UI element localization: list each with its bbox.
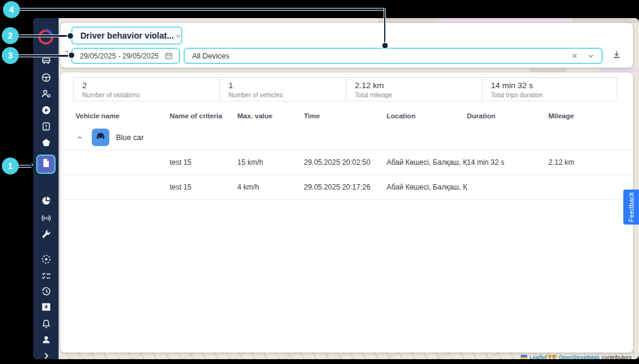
feedback-tab[interactable]: Feedback: [623, 190, 639, 225]
play-icon: [40, 104, 52, 116]
box-download-icon: [40, 301, 52, 313]
map-tile: [438, 18, 571, 23]
cell-max-value: 4 km/h: [237, 183, 304, 191]
sidebar: [33, 18, 59, 359]
callout-1: 1: [2, 158, 19, 174]
stat-label: Number of violations: [82, 91, 219, 98]
sidebar-item-tasks[interactable]: [38, 118, 54, 134]
cell-time: 29.05.2025 20:02:50: [304, 158, 387, 167]
leaflet-flag-icon: [521, 355, 527, 360]
screenshot-root: + Leaflet | © OpenStreetMap contributors: [0, 0, 639, 364]
callout-3: 3: [2, 47, 19, 64]
clear-filter-icon[interactable]: [570, 51, 579, 60]
steering-wheel-icon: [40, 72, 52, 83]
stat-label: Total trips duration: [491, 91, 617, 98]
column-duration: Duration: [467, 112, 548, 120]
stat-duration: 14 min 32 s Total trips duration: [482, 78, 617, 101]
callout-3-line: [18, 55, 68, 57]
attribution-separator: | ©: [549, 354, 556, 359]
cell-location: Абай Көшесі, Балқаш, Қар...: [387, 158, 467, 167]
column-location: Location: [387, 112, 467, 120]
sidebar-item-notifications[interactable]: [38, 316, 54, 331]
chevron-down-icon: [174, 31, 183, 40]
stat-vehicles: 1 Number of vehicles: [219, 78, 345, 101]
wrench-icon: [40, 229, 52, 241]
sidebar-item-geofences[interactable]: [38, 135, 54, 150]
summary-stats-row: 2 Number of violations 1 Number of vehic…: [73, 77, 617, 101]
violation-row[interactable]: test 15 4 km/h 29.05.2025 20:17:26 Абай …: [60, 175, 633, 200]
stat-mileage: 2.12 km Total mileage: [345, 78, 481, 101]
stat-value: 2.12 km: [355, 81, 481, 90]
report-type-value: Driver behavior violat...: [80, 31, 174, 40]
pie-chart-icon: [40, 195, 52, 206]
vehicle-group-row[interactable]: Blue car: [60, 125, 633, 150]
broadcast-icon: [40, 212, 52, 224]
sidebar-item-profile[interactable]: [38, 331, 54, 347]
user-icon: [40, 334, 52, 345]
checklist-icon: [40, 270, 52, 281]
column-max-value: Max. value: [237, 112, 304, 120]
map-tile: [599, 68, 639, 72]
filter-panel: Driver behavior violat... 29/05/2025 - 2…: [60, 23, 633, 68]
calendar-icon[interactable]: [164, 51, 173, 60]
document-icon: [40, 158, 51, 171]
stat-label: Total mileage: [355, 91, 481, 98]
feedback-label: Feedback: [628, 192, 635, 222]
car-icon: [95, 130, 106, 144]
devices-filter-value: All Devices: [192, 52, 570, 60]
stat-value: 14 min 32 s: [491, 81, 617, 90]
sidebar-item-reports[interactable]: [36, 155, 56, 174]
cell-time: 29.05.2025 20:17:26: [304, 183, 387, 191]
leaflet-link[interactable]: Leaflet: [530, 354, 547, 359]
sidebar-item-drivers[interactable]: [38, 86, 54, 101]
callout-2-endpoint: [68, 33, 73, 39]
map-tile: [572, 18, 639, 23]
cell-mileage: 2.12 km: [548, 158, 633, 167]
driver-icon: [40, 88, 52, 100]
violation-row[interactable]: test 15 15 km/h 29.05.2025 20:02:50 Абай…: [60, 150, 633, 175]
pentagon-icon: [40, 137, 52, 148]
collapse-group-icon[interactable]: [75, 133, 84, 142]
stat-value: 1: [228, 81, 345, 90]
sidebar-item-archive[interactable]: [38, 299, 54, 315]
map-attribution: Leaflet | © OpenStreetMap contributors: [521, 354, 632, 359]
column-mileage: Mileage: [548, 112, 633, 120]
chevron-down-icon[interactable]: [586, 51, 596, 60]
callout-3-endpoint: [69, 53, 74, 58]
history-clock-icon: [40, 286, 52, 297]
cell-max-value: 15 km/h: [237, 158, 304, 167]
sidebar-item-expand[interactable]: [38, 348, 54, 359]
column-time: Time: [304, 112, 387, 120]
sidebar-item-steering[interactable]: [38, 69, 54, 85]
callout-2-line: [18, 35, 68, 37]
sidebar-item-history[interactable]: [38, 283, 54, 299]
stat-label: Number of vehicles: [228, 91, 345, 98]
map-tile: [530, 68, 566, 72]
callout-4-line: [18, 8, 385, 10]
date-range-input[interactable]: 29/05/2025 - 29/05/2025: [71, 48, 180, 64]
report-content-panel: 2 Number of violations 1 Number of vehic…: [60, 72, 633, 353]
app-window: + Leaflet | © OpenStreetMap contributors: [33, 18, 639, 359]
chevron-right-icon: [40, 350, 52, 360]
openstreetmap-link[interactable]: OpenStreetMap: [559, 354, 599, 359]
sidebar-item-tracking[interactable]: [38, 251, 54, 267]
callout-4-endpoint: [382, 43, 388, 48]
column-vehicle-name: Vehicle name: [75, 112, 170, 120]
callout-4-line: [384, 8, 386, 43]
callout-1-endpoint: [30, 162, 35, 167]
cell-criteria: test 15: [170, 183, 237, 191]
sidebar-item-dashboard[interactable]: [38, 193, 54, 208]
sidebar-item-playback[interactable]: [38, 102, 54, 118]
devices-filter-select[interactable]: All Devices: [184, 48, 603, 64]
callout-1-line: [18, 165, 31, 167]
cell-location: Абай Көшесі, Балқаш, Қар...: [387, 183, 467, 191]
clipboard-alert-icon: [40, 121, 52, 132]
sidebar-item-maintenance[interactable]: [38, 227, 54, 243]
report-type-select[interactable]: Driver behavior violat...: [71, 27, 182, 45]
sidebar-item-beacons[interactable]: [38, 210, 54, 226]
stat-violations: 2 Number of violations: [73, 78, 219, 101]
sidebar-item-checklist[interactable]: [38, 267, 54, 283]
callout-4: 4: [3, 1, 20, 18]
bell-icon: [40, 318, 52, 330]
download-report-button[interactable]: [609, 49, 624, 63]
